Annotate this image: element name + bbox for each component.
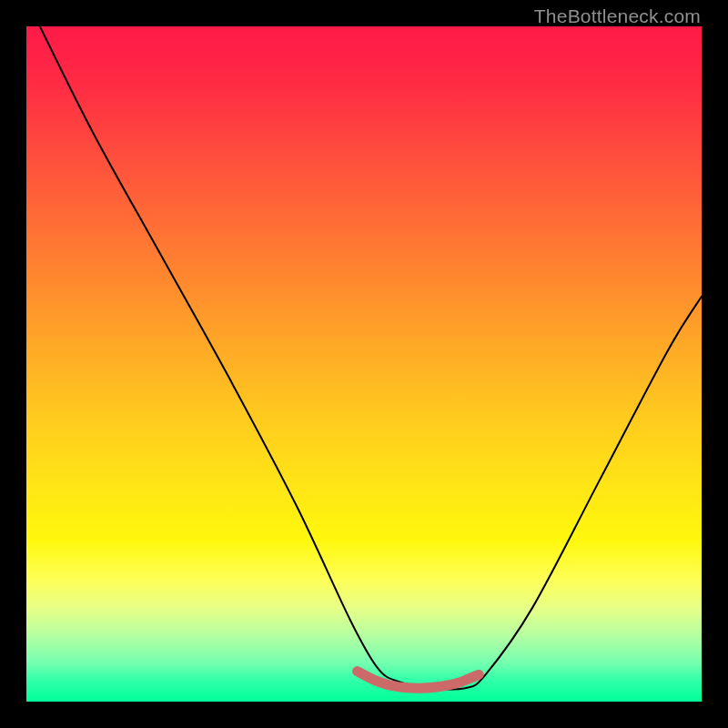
watermark-text: TheBottleneck.com	[534, 5, 701, 27]
bottom-highlight	[358, 672, 480, 689]
curve-svg	[26, 26, 702, 702]
bottleneck-curve	[40, 26, 702, 690]
plot-area	[26, 26, 702, 702]
chart-frame: TheBottleneck.com	[0, 0, 728, 728]
